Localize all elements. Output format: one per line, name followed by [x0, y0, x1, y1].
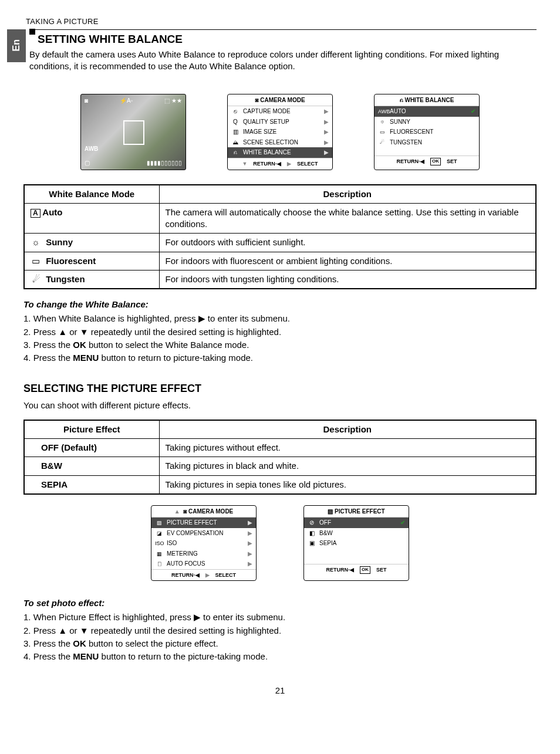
- mode-label: B&W: [41, 461, 62, 471]
- menu-item[interactable]: ◪EV COMPENSATION▶: [151, 528, 256, 539]
- table-row: SEPIATaking pictures in sepia tones like…: [24, 475, 536, 494]
- menu-item-label: B&W: [319, 529, 333, 537]
- set-label: SET: [447, 158, 457, 165]
- menu-item-label: AUTO: [390, 107, 406, 116]
- step-item: 3. Press the OK button to select the Whi…: [23, 339, 537, 351]
- menu-item-icon: ☼: [378, 118, 386, 125]
- mode-description: For outdoors with sufficient sunlight.: [159, 234, 536, 252]
- menu-item[interactable]: ☄TUNGSTEN: [375, 137, 479, 148]
- white-balance-table: White Balance Mode Description A AutoThe…: [23, 184, 537, 290]
- mode-label: Fluorescent: [46, 256, 96, 266]
- return-label: RETURN▫◀: [253, 160, 281, 167]
- menu-item[interactable]: ☼SUNNY: [375, 117, 479, 127]
- menu-footer: RETURN▫◀ OK SET: [304, 564, 409, 576]
- mode-description: For indoors with fluorescent or ambient …: [159, 252, 536, 270]
- set-label: SET: [376, 566, 387, 574]
- flash-icon: ⚡A◦: [120, 97, 133, 105]
- menu-item[interactable]: ▨PICTURE EFFECT▶: [151, 518, 256, 528]
- camera-mode-menu: ◙ CAMERA MODE ⎋CAPTURE MODE▶QQUALITY SET…: [227, 94, 333, 170]
- camera-preview: ◙ ⚡A◦ ⬚ ★★ AWB ▢ ▮▮▮▮▯▯▯▯▯▯: [80, 94, 186, 170]
- menu-item-icon: ISO: [155, 540, 163, 547]
- chevron-right-icon: ▶: [324, 128, 329, 136]
- return-label: RETURN▫◀: [171, 572, 200, 579]
- menu-item-label: IMAGE SIZE: [243, 128, 276, 136]
- step-item: 4. Press the MENU button to return to th…: [23, 651, 537, 662]
- mode-label: Auto: [42, 207, 62, 217]
- step-item: 3. Press the OK button to select the pic…: [23, 638, 537, 650]
- battery-icon: ▢: [85, 159, 90, 167]
- menu-item-icon: ⛰: [231, 138, 239, 147]
- menu-item[interactable]: ⎕AUTO FOCUS▶: [151, 559, 256, 569]
- table-row: ▭ FluorescentFor indoors with fluorescen…: [24, 252, 536, 270]
- pe-table-header-desc: Description: [159, 420, 536, 439]
- step-item: 2. Press ▲ or ▼ repeatedly until the des…: [23, 326, 537, 338]
- menu-item[interactable]: ◧B&W: [304, 528, 409, 539]
- check-icon: ✔: [471, 107, 475, 116]
- return-label: RETURN▫◀: [396, 158, 424, 165]
- menu-item-label: SUNNY: [390, 118, 410, 126]
- wb-table-header-mode: White Balance Mode: [24, 185, 159, 204]
- language-tab: En: [7, 29, 26, 62]
- menu-item[interactable]: ⊘OFF✔: [304, 518, 409, 528]
- menu-item-icon: ▭: [378, 129, 386, 136]
- awb-indicator: AWB: [85, 145, 98, 153]
- menu-item[interactable]: ⛰SCENE SELECTION▶: [228, 137, 332, 148]
- menu-item-icon: ▨: [155, 519, 163, 526]
- chevron-right-icon: ▶: [248, 550, 252, 558]
- chevron-right-icon: ▶: [324, 138, 329, 147]
- menu-item[interactable]: ▭FLUORESCENT: [375, 127, 479, 137]
- menu-item-label: PICTURE EFFECT: [167, 519, 217, 527]
- select-arrow-icon: ▶: [205, 572, 210, 579]
- menu-item-label: QUALITY SETUP: [243, 118, 289, 126]
- mode-label: SEPIA: [41, 479, 68, 489]
- menu-item[interactable]: ▦METERING▶: [151, 549, 256, 559]
- down-arrow-icon: ▼: [242, 160, 247, 167]
- exposure-bar: ▮▮▮▮▯▯▯▯▯▯: [147, 159, 182, 167]
- step-item: 4. Press the MENU button to return to pi…: [23, 352, 537, 364]
- menu-item[interactable]: ⎌WHITE BALANCE▶: [228, 147, 332, 158]
- table-row: A AutoThe camera will automatically choo…: [24, 203, 536, 234]
- check-icon: ✔: [400, 519, 405, 527]
- ok-icon: OK: [430, 158, 441, 165]
- white-balance-menu: ⎌ WHITE BALANCE AWBAUTO✔☼SUNNY▭FLUORESCE…: [374, 94, 480, 170]
- ok-icon: OK: [360, 566, 370, 574]
- camera-icon: ◙: [85, 97, 88, 105]
- screens-row-1: ◙ ⚡A◦ ⬚ ★★ AWB ▢ ▮▮▮▮▯▯▯▯▯▯ ◙ CAMERA MOD…: [23, 94, 537, 170]
- menu-item-label: ISO: [167, 539, 177, 547]
- menu-item-label: TUNGSTEN: [390, 138, 422, 147]
- chevron-right-icon: ▶: [248, 529, 252, 537]
- mode-description: Taking pictures in sepia tones like old …: [159, 475, 536, 494]
- menu-item-label: FLUORESCENT: [390, 128, 433, 136]
- menu-item-label: SEPIA: [319, 539, 336, 547]
- table-row: ☼ SunnyFor outdoors with sufficient sunl…: [24, 234, 536, 252]
- menu-title: ⎌ WHITE BALANCE: [375, 94, 479, 107]
- menu-item[interactable]: ⎋CAPTURE MODE▶: [228, 106, 332, 117]
- menu-footer: RETURN▫◀ OK SET: [375, 155, 479, 167]
- mode-icon: ▭: [31, 255, 41, 267]
- menu-item[interactable]: QQUALITY SETUP▶: [228, 117, 332, 127]
- menu-item-icon: ⎋: [231, 107, 239, 116]
- chevron-right-icon: ▶: [248, 539, 252, 547]
- menu-item-icon: ⊘: [308, 519, 316, 527]
- wb-steps-title: To change the White Balance:: [23, 299, 537, 310]
- menu-item[interactable]: ▣SEPIA: [304, 538, 409, 549]
- pe-steps-list: 1. When Picture Effect is highlighted, p…: [23, 611, 537, 662]
- section-title-wb: SETTING WHITE BALANCE: [29, 29, 537, 47]
- menu-item-icon: ⎕: [155, 560, 163, 567]
- menu-item-icon: ◧: [308, 529, 316, 537]
- chevron-right-icon: ▶: [248, 560, 252, 568]
- section-intro-pe: You can shoot with different picture eff…: [23, 400, 537, 411]
- menu-item-label: OFF: [319, 519, 331, 527]
- menu-item[interactable]: ▥IMAGE SIZE▶: [228, 127, 332, 137]
- menu-item-label: CAPTURE MODE: [243, 107, 291, 116]
- wb-table-header-desc: Description: [159, 185, 536, 204]
- menu-item-icon: ▥: [231, 128, 239, 136]
- menu-item[interactable]: AWBAUTO✔: [375, 106, 479, 117]
- mode-description: The camera will automatically choose the…: [159, 203, 536, 234]
- mode-icon: ☼: [31, 236, 41, 248]
- title-bar: En SETTING WHITE BALANCE By default the …: [23, 29, 537, 83]
- header-breadcrumb: TAKING A PICTURE: [23, 16, 537, 27]
- pe-table-header-mode: Picture Effect: [24, 420, 159, 439]
- menu-item-icon: AWB: [378, 108, 386, 115]
- menu-item[interactable]: ISOISO▶: [151, 538, 256, 549]
